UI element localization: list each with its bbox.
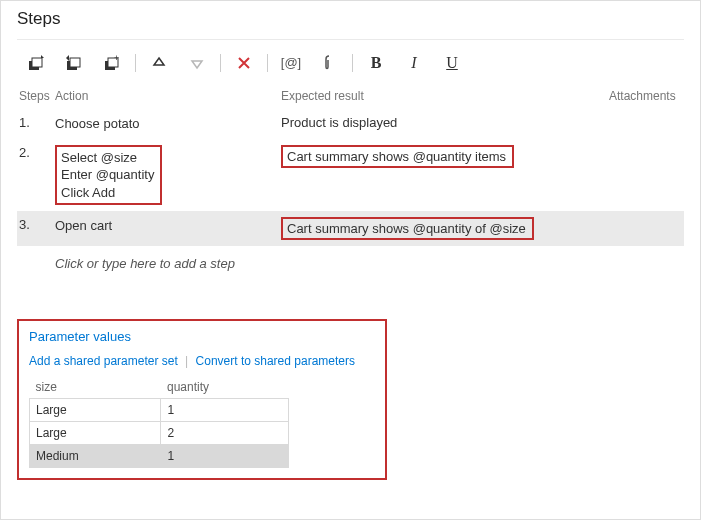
insert-step-icon[interactable] xyxy=(17,47,55,79)
col-header-attachments: Attachments xyxy=(609,89,684,103)
parameter-values-panel: Parameter values Add a shared parameter … xyxy=(17,319,387,480)
param-col-size[interactable]: size xyxy=(30,376,161,399)
col-header-action: Action xyxy=(55,89,281,103)
svg-rect-1 xyxy=(32,58,42,67)
step-action[interactable]: Open cart xyxy=(55,217,281,235)
parameter-links: Add a shared parameter set | Convert to … xyxy=(29,354,375,368)
step-row[interactable]: 2. Select @size Enter @quantity Click Ad… xyxy=(17,139,684,212)
link-separator: | xyxy=(185,354,188,368)
insert-shared-step-icon[interactable]: + xyxy=(93,47,131,79)
insert-step-before-icon[interactable] xyxy=(55,47,93,79)
parameter-table: size quantity Large 1 Large 2 Medium 1 xyxy=(29,376,289,468)
param-row[interactable]: Large 1 xyxy=(30,399,289,422)
step-row[interactable]: 3. Open cart Cart summary shows @quantit… xyxy=(17,211,684,246)
convert-shared-param-link[interactable]: Convert to shared parameters xyxy=(196,354,355,368)
add-step-placeholder[interactable]: Click or type here to add a step xyxy=(17,246,684,271)
param-cell-quantity[interactable]: 2 xyxy=(161,422,289,445)
svg-rect-3 xyxy=(70,58,80,67)
highlight-box: Cart summary shows @quantity of @size xyxy=(281,217,534,240)
step-expected[interactable]: Cart summary shows @quantity items xyxy=(281,145,609,168)
svg-text:+: + xyxy=(114,55,119,63)
add-shared-param-link[interactable]: Add a shared parameter set xyxy=(29,354,178,368)
toolbar-separator xyxy=(352,54,353,72)
step-number: 1. xyxy=(19,115,55,130)
move-up-icon[interactable] xyxy=(140,47,178,79)
param-cell-quantity[interactable]: 1 xyxy=(161,445,289,468)
toolbar-separator xyxy=(220,54,221,72)
step-action[interactable]: Select @size Enter @quantity Click Add xyxy=(55,145,281,206)
col-header-expected: Expected result xyxy=(281,89,609,103)
step-expected[interactable]: Cart summary shows @quantity of @size xyxy=(281,217,609,240)
toolbar-separator xyxy=(267,54,268,72)
step-row[interactable]: 1. Choose potato Product is displayed xyxy=(17,109,684,139)
param-col-quantity[interactable]: quantity xyxy=(161,376,289,399)
param-cell-size[interactable]: Large xyxy=(30,422,161,445)
move-down-icon xyxy=(178,47,216,79)
param-row[interactable]: Medium 1 xyxy=(30,445,289,468)
param-cell-size[interactable]: Medium xyxy=(30,445,161,468)
steps-toolbar: + [@] B I U xyxy=(17,39,684,79)
section-title: Steps xyxy=(17,9,684,29)
col-header-steps: Steps xyxy=(19,89,55,103)
italic-icon[interactable]: I xyxy=(395,47,433,79)
step-action[interactable]: Choose potato xyxy=(55,115,281,133)
underline-icon[interactable]: U xyxy=(433,47,471,79)
param-cell-quantity[interactable]: 1 xyxy=(161,399,289,422)
step-number: 2. xyxy=(19,145,55,160)
bold-icon[interactable]: B xyxy=(357,47,395,79)
param-row[interactable]: Large 2 xyxy=(30,422,289,445)
highlight-box: Select @size Enter @quantity Click Add xyxy=(55,145,162,206)
delete-step-icon[interactable] xyxy=(225,47,263,79)
step-expected[interactable]: Product is displayed xyxy=(281,115,609,130)
highlight-box: Cart summary shows @quantity items xyxy=(281,145,514,168)
insert-parameter-icon[interactable]: [@] xyxy=(272,47,310,79)
param-cell-size[interactable]: Large xyxy=(30,399,161,422)
attach-icon[interactable] xyxy=(310,47,348,79)
toolbar-separator xyxy=(135,54,136,72)
parameter-values-title: Parameter values xyxy=(29,329,375,344)
steps-grid-header: Steps Action Expected result Attachments xyxy=(17,79,684,109)
step-number: 3. xyxy=(19,217,55,232)
